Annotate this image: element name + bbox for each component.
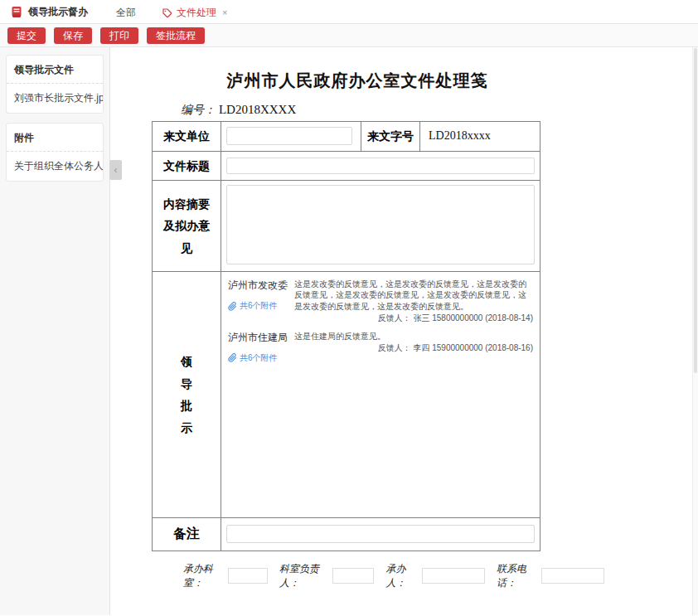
form-table: 来文单位 来文字号 LD2018xxxx 文件标题 内容摘要及拟办意见 (152, 121, 540, 551)
save-button[interactable]: 保存 (54, 27, 92, 44)
attachments-card: 附件 关于组织全体公务人员学… (6, 123, 104, 182)
doc-number-value: LD2018XXXX (219, 103, 296, 116)
sidebar: 领导批示文件 刘强市长批示文件.jpg 附件 关于组织全体公务人员学… (0, 47, 110, 615)
feedback-text: 这是发改委的反馈意见，这是发改委的反馈意见，这是发改委的反馈意见，这是发改委的反… (294, 279, 526, 310)
tab-bar: 领导批示督办 全部 文件处理 × (0, 0, 698, 24)
paperclip-icon (228, 302, 237, 311)
red-book-icon (10, 5, 23, 18)
action-toolbar: 提交 保存 打印 签批流程 (0, 24, 698, 47)
phone-input[interactable] (541, 568, 604, 584)
vertical-scrollbar[interactable] (692, 47, 698, 615)
doc-title-label: 文件标题 (153, 151, 221, 181)
feedback-right-col: 这是发改委的反馈意见，这是发改委的反馈意见，这是发改委的反馈意见，这是发改委的反… (294, 279, 533, 323)
scrollbar-thumb[interactable] (694, 48, 697, 373)
attachments-link[interactable]: 共6个附件 (228, 352, 294, 364)
doc-number-line: 编号： LD2018XXXX (181, 103, 604, 118)
feedback-org-name: 泸州市住建局 (228, 331, 294, 345)
feedback-entry: 泸州市发改委 共6个附件 这是发改委的反馈意见，这是发改委的反馈意见，这是发改委… (228, 279, 533, 323)
document-form: 泸州市人民政府办公室文件处理笺 编号： LD2018XXXX 来文单位 来文字号… (110, 47, 604, 590)
doc-title-input[interactable] (226, 158, 535, 174)
tab-document-processing-label: 文件处理 (177, 6, 216, 20)
feedback-meta: 反馈人： 李四 15900000000 (2018-08-16) (294, 342, 533, 353)
app-tab-label: 领导批示督办 (28, 5, 88, 19)
feedback-left-col: 泸州市发改委 共6个附件 (228, 279, 294, 323)
leader-feedback-area: 泸州市发改委 共6个附件 这是发改委的反馈意见，这是发改委的反馈意见，这是发改委… (221, 272, 540, 518)
dept-input[interactable] (228, 568, 268, 584)
content-area: 领导批示文件 刘强市长批示文件.jpg 附件 关于组织全体公务人员学… ‹ 泸州… (0, 47, 698, 615)
incoming-no-label: 来文字号 (361, 122, 420, 152)
remark-label: 备注 (153, 518, 221, 551)
close-icon[interactable]: × (222, 8, 227, 17)
main-panel: 泸州市人民政府办公室文件处理笺 编号： LD2018XXXX 来文单位 来文字号… (110, 47, 698, 615)
leader-instruction-files-title: 领导批示文件 (7, 56, 103, 84)
dept-label: 承办科室： (183, 562, 226, 590)
tab-all[interactable]: 全部 (99, 2, 153, 23)
feedback-entry: 泸州市住建局 共6个附件 这是住建局的反馈意见。 反馈 (228, 331, 533, 364)
leader-instruction-files-card: 领导批示文件 刘强市长批示文件.jpg (6, 55, 104, 114)
feedback-left-col: 泸州市住建局 共6个附件 (228, 331, 294, 364)
incoming-org-input[interactable] (226, 127, 352, 145)
summary-textarea[interactable] (226, 185, 535, 264)
attachments-title: 附件 (7, 124, 103, 152)
handler-label: 承办人： (385, 562, 420, 590)
approval-flow-button[interactable]: 签批流程 (147, 27, 205, 44)
summary-label: 内容摘要及拟办意见 (153, 181, 221, 272)
leader-note-label: 领导批示 (153, 272, 221, 518)
paperclip-icon (228, 353, 237, 362)
tab-all-label: 全部 (116, 6, 136, 20)
sidebar-collapse-handle[interactable]: ‹ (109, 160, 122, 180)
submit-button[interactable]: 提交 (7, 27, 46, 44)
list-item-attachment[interactable]: 关于组织全体公务人员学… (7, 152, 103, 181)
dept-head-label: 科室负责人： (279, 562, 331, 590)
incoming-no-value: LD2018xxxx (420, 122, 540, 152)
attachments-link-label: 共6个附件 (240, 300, 278, 312)
tab-document-processing[interactable]: 文件处理 × (146, 2, 244, 23)
handler-input[interactable] (422, 568, 485, 584)
feedback-right-col: 这是住建局的反馈意见。 反馈人： 李四 15900000000 (2018-08… (294, 331, 533, 364)
tag-icon (162, 8, 172, 18)
page-title: 泸州市人民政府办公室文件处理笺 (110, 70, 604, 92)
attachments-link-label: 共6个附件 (240, 352, 278, 364)
feedback-org-name: 泸州市发改委 (228, 279, 294, 293)
doc-number-label: 编号： (181, 104, 216, 116)
feedback-text: 这是住建局的反馈意见。 (294, 332, 385, 341)
print-button[interactable]: 打印 (100, 27, 138, 44)
app-home-tab[interactable]: 领导批示督办 (5, 0, 99, 23)
attachments-link[interactable]: 共6个附件 (228, 300, 294, 312)
chevron-left-icon: ‹ (114, 164, 118, 176)
remark-input[interactable] (226, 525, 535, 543)
dept-head-input[interactable] (332, 568, 374, 584)
feedback-meta: 反馈人： 张三 15800000000 (2018-08-14) (294, 313, 533, 323)
phone-label: 联系电话： (497, 562, 540, 590)
list-item-instruction-file[interactable]: 刘强市长批示文件.jpg (7, 84, 103, 113)
incoming-org-label: 来文单位 (153, 122, 221, 152)
handler-info-line: 承办科室： 科室负责人： 承办人： 联系电话： (183, 562, 604, 590)
